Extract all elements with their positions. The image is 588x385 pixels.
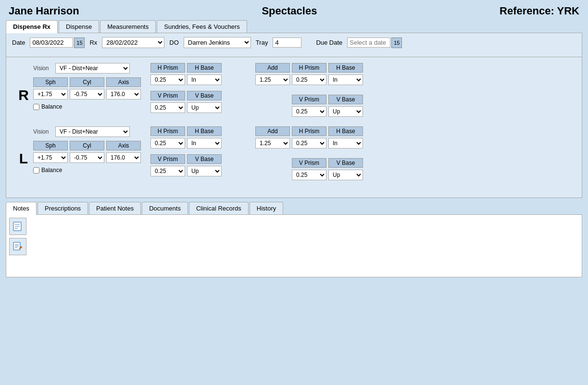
- top-tabs: Dispense Rx Dispense Measurements Sundri…: [6, 20, 582, 33]
- date-input[interactable]: [30, 37, 73, 48]
- right-v-prism-headers: V Prism V Base: [150, 91, 222, 100]
- right-h-prism-header: H Prism: [150, 63, 185, 73]
- right-axis-header: Axis: [106, 77, 141, 87]
- left-h-prism-values: 0.25 In: [150, 138, 222, 149]
- right-balance-checkbox[interactable]: [33, 104, 39, 110]
- left-add-v-prism-header: V Prism: [292, 158, 326, 168]
- bottom-tab-prescriptions[interactable]: Prescriptions: [38, 202, 88, 214]
- left-add-header: Add: [255, 126, 290, 136]
- right-add-v-base-select[interactable]: Up: [328, 106, 363, 117]
- date-cal-button[interactable]: 15: [74, 37, 85, 48]
- bottom-tab-clinical-records[interactable]: Clinical Records: [189, 202, 249, 214]
- right-vision-select[interactable]: VF - Dist+Near: [55, 63, 130, 74]
- left-add-v-base-header: V Base: [328, 158, 363, 168]
- left-sph-select[interactable]: +1.75: [33, 152, 68, 163]
- due-date-cal-button[interactable]: 15: [391, 37, 402, 48]
- right-h-prism-select[interactable]: 0.25: [150, 75, 185, 85]
- notes-add-button[interactable]: [9, 218, 26, 235]
- right-h-prism-values: 0.25 In: [150, 75, 222, 85]
- bottom-tabs-bar: Notes Prescriptions Patient Notes Docume…: [6, 202, 582, 215]
- left-v-prism-header: V Prism: [150, 154, 185, 164]
- left-add-h-prism-select[interactable]: 0.25: [292, 138, 326, 149]
- right-sph-header: Sph: [33, 77, 68, 87]
- left-add-select[interactable]: 1.25: [255, 138, 290, 149]
- left-h-base-select[interactable]: In: [187, 138, 222, 149]
- bottom-tab-documents[interactable]: Documents: [142, 202, 188, 214]
- tab-sundries[interactable]: Sundries, Fees & Vouchers: [157, 20, 247, 33]
- left-balance-row: Balance: [33, 167, 141, 174]
- left-add-h-prism-header: H Prism: [292, 126, 326, 136]
- right-prism-block: H Prism H Base 0.25 In V Prism V Base: [150, 63, 222, 113]
- left-balance-label: Balance: [41, 167, 62, 174]
- left-balance-checkbox[interactable]: [33, 167, 39, 174]
- right-add-prism-block: Add 1.25 H Prism 0.25 V Prism 0.25: [255, 63, 363, 117]
- page-header: Jane Harrison Spectacles Reference: YRK: [0, 0, 588, 20]
- right-v-prism-values: 0.25 Up: [150, 102, 222, 113]
- rx-select[interactable]: 28/02/2022: [102, 37, 164, 48]
- left-v-base-select[interactable]: Up: [187, 166, 222, 176]
- left-eye-row: L Vision VF - Dist+Near Sph Cyl Axis +1.…: [14, 126, 574, 180]
- left-v-base-header: V Base: [187, 154, 222, 164]
- main-content: Dispense Rx Dispense Measurements Sundri…: [0, 20, 588, 202]
- left-axis-select[interactable]: 176.0: [106, 152, 141, 163]
- left-eye-label: L: [14, 150, 33, 167]
- reference: Reference: YRK: [500, 5, 579, 17]
- left-vision-row: Vision VF - Dist+Near: [33, 126, 141, 137]
- right-add-header: Add: [255, 63, 290, 73]
- right-add-select[interactable]: 1.25: [255, 75, 290, 85]
- left-h-prism-headers: H Prism H Base: [150, 126, 222, 136]
- left-vision-select[interactable]: VF - Dist+Near: [55, 126, 130, 137]
- right-add-h-prism-select[interactable]: 0.25: [292, 75, 326, 85]
- right-cyl-select[interactable]: -0.75: [70, 89, 104, 99]
- left-axis-header: Axis: [106, 141, 141, 150]
- right-add-col: Add 1.25: [255, 63, 290, 117]
- right-eye-label: R: [14, 87, 33, 103]
- tab-dispense[interactable]: Dispense: [59, 20, 99, 33]
- right-balance-label: Balance: [41, 103, 62, 110]
- tray-input[interactable]: [273, 37, 301, 48]
- right-add-v-prism-select[interactable]: 0.25: [292, 106, 326, 117]
- right-add-v-prism-header: V Prism: [292, 95, 326, 104]
- right-add-h-prism-col: H Prism 0.25 V Prism 0.25: [292, 63, 326, 117]
- left-sph-header: Sph: [33, 141, 68, 150]
- left-add-v-prism-select[interactable]: 0.25: [292, 170, 326, 180]
- left-vision-label: Vision: [33, 128, 52, 135]
- bottom-tab-history[interactable]: History: [250, 202, 283, 214]
- right-vision-label: Vision: [33, 65, 52, 72]
- right-axis-select[interactable]: 176.0: [106, 89, 141, 99]
- left-add-h-prism-col: H Prism 0.25 V Prism 0.25: [292, 126, 326, 180]
- right-v-base-select[interactable]: Up: [187, 102, 222, 113]
- right-add-v-base-header: V Base: [328, 95, 363, 104]
- right-sph-select[interactable]: +1.75: [33, 89, 68, 99]
- left-h-base-header: H Base: [187, 126, 222, 136]
- form-panel: Date 15 Rx 28/02/2022 DO Darren Jenkins …: [6, 33, 582, 57]
- left-cyl-select[interactable]: -0.75: [70, 152, 104, 163]
- right-eye-content: Vision VF - Dist+Near Sph Cyl Axis +1.75…: [33, 63, 141, 110]
- right-h-base-select[interactable]: In: [187, 75, 222, 85]
- right-add-h-base-select[interactable]: In: [328, 75, 363, 85]
- right-add-h-base-header: H Base: [328, 63, 363, 73]
- bottom-tab-patient-notes[interactable]: Patient Notes: [89, 202, 141, 214]
- page-title: Spectacles: [262, 5, 317, 17]
- do-select[interactable]: Darren Jenkins: [184, 37, 251, 48]
- right-add-h-base-col: H Base In V Base Up: [328, 63, 363, 117]
- left-add-v-base-select[interactable]: Up: [328, 170, 363, 180]
- bottom-tab-notes[interactable]: Notes: [6, 202, 37, 215]
- date-label: Date: [12, 39, 25, 46]
- notes-edit-button[interactable]: [9, 238, 26, 255]
- left-sca-values: +1.75 -0.75 176.0: [33, 152, 141, 163]
- tab-measurements[interactable]: Measurements: [100, 20, 156, 33]
- left-h-prism-select[interactable]: 0.25: [150, 138, 185, 149]
- left-sca-headers: Sph Cyl Axis: [33, 141, 141, 150]
- left-v-prism-select[interactable]: 0.25: [150, 166, 185, 176]
- due-date-input[interactable]: [347, 37, 390, 48]
- right-sca-values: +1.75 -0.75 176.0: [33, 89, 141, 99]
- right-v-prism-select[interactable]: 0.25: [150, 102, 185, 113]
- tab-dispense-rx[interactable]: Dispense Rx: [6, 20, 58, 33]
- left-add-h-base-header: H Base: [328, 126, 363, 136]
- bottom-section: Notes Prescriptions Patient Notes Docume…: [0, 202, 588, 281]
- left-add-col: Add 1.25: [255, 126, 290, 180]
- right-h-prism-headers: H Prism H Base: [150, 63, 222, 73]
- left-add-h-base-select[interactable]: In: [328, 138, 363, 149]
- left-cyl-header: Cyl: [70, 141, 104, 150]
